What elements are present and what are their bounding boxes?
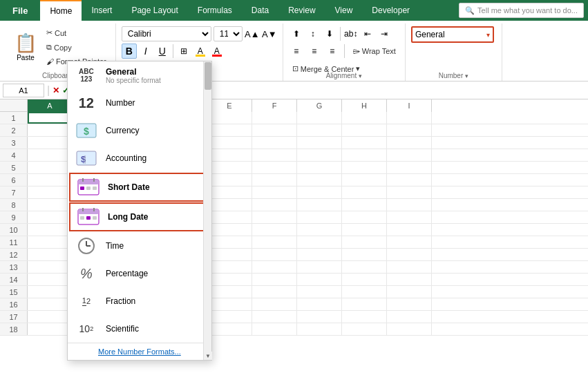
increase-font-button[interactable]: A▲ <box>245 26 260 41</box>
col-header-F[interactable]: F <box>252 99 297 112</box>
align-right-button[interactable]: ≡ <box>325 44 340 59</box>
scrollbar-thumb[interactable] <box>205 62 211 90</box>
cell-A14[interactable] <box>28 274 73 285</box>
format-general[interactable]: ABC123 General No specific format <box>68 61 211 89</box>
format-percentage[interactable]: % Percentage <box>68 260 211 287</box>
fill-color-button[interactable]: A <box>193 44 208 59</box>
cell-H14[interactable] <box>342 274 387 285</box>
cell-F1[interactable] <box>252 112 297 124</box>
cell-E7[interactable] <box>207 186 252 198</box>
tab-page-layout[interactable]: Page Layout <box>122 0 187 21</box>
cell-F13[interactable] <box>252 261 297 273</box>
cell-I5[interactable] <box>387 162 432 173</box>
cell-E13[interactable] <box>207 261 252 273</box>
cell-A4[interactable] <box>28 149 73 161</box>
cell-F4[interactable] <box>252 149 297 161</box>
cell-G4[interactable] <box>297 149 342 161</box>
cell-H9[interactable] <box>342 211 387 223</box>
cell-A16[interactable] <box>28 298 73 310</box>
format-accounting[interactable]: $ Accounting <box>68 144 211 172</box>
search-bar[interactable]: 🔍 Tell me what you want to do... <box>459 3 584 18</box>
cell-H11[interactable] <box>342 236 387 248</box>
tab-insert[interactable]: Insert <box>82 0 122 21</box>
cell-E2[interactable] <box>207 124 252 136</box>
cell-G11[interactable] <box>297 236 342 248</box>
cell-I10[interactable] <box>387 224 432 236</box>
cell-I14[interactable] <box>387 274 432 285</box>
cell-E18[interactable] <box>207 323 252 335</box>
cell-G8[interactable] <box>297 199 342 211</box>
cell-H18[interactable] <box>342 323 387 335</box>
cell-G12[interactable] <box>297 249 342 260</box>
cell-E12[interactable] <box>207 249 252 260</box>
align-bottom-button[interactable]: ⬇ <box>322 26 337 41</box>
cell-I18[interactable] <box>387 323 432 335</box>
format-scientific[interactable]: 102 Scientific <box>68 315 211 343</box>
cell-H2[interactable] <box>342 124 387 136</box>
align-center-button[interactable]: ≡ <box>307 44 322 59</box>
format-long-date[interactable]: Long Date <box>69 202 210 231</box>
tab-formulas[interactable]: Formulas <box>188 0 242 21</box>
cell-G3[interactable] <box>297 137 342 149</box>
cell-E6[interactable] <box>207 174 252 186</box>
text-direction-button[interactable]: ab↕ <box>343 26 359 41</box>
cell-F18[interactable] <box>252 323 297 335</box>
cell-I12[interactable] <box>387 249 432 260</box>
align-top-button[interactable]: ⬆ <box>289 26 304 41</box>
cell-A12[interactable] <box>28 249 73 260</box>
align-left-button[interactable]: ≡ <box>289 44 304 59</box>
cut-button[interactable]: ✂ Cut <box>43 26 110 39</box>
italic-button[interactable]: I <box>138 44 153 59</box>
cell-I4[interactable] <box>387 149 432 161</box>
cell-F3[interactable] <box>252 137 297 149</box>
cell-H10[interactable] <box>342 224 387 236</box>
format-short-date[interactable]: Short Date <box>69 173 210 202</box>
align-middle-button[interactable]: ↕ <box>305 26 321 41</box>
cell-G17[interactable] <box>297 311 342 323</box>
cell-A11[interactable] <box>28 236 73 248</box>
cell-G14[interactable] <box>297 274 342 285</box>
cell-H16[interactable] <box>342 298 387 310</box>
cell-E1[interactable] <box>207 112 252 124</box>
cell-I1[interactable] <box>387 112 432 124</box>
cell-I7[interactable] <box>387 186 432 198</box>
cell-G5[interactable] <box>297 162 342 173</box>
cell-ref-input[interactable] <box>3 84 44 97</box>
tab-view[interactable]: View <box>325 0 363 21</box>
cell-H7[interactable] <box>342 186 387 198</box>
paste-button[interactable]: 📋 Paste <box>10 23 41 70</box>
cell-E15[interactable] <box>207 286 252 298</box>
cell-I8[interactable] <box>387 199 432 211</box>
cell-A18[interactable] <box>28 323 73 335</box>
cell-A8[interactable] <box>28 199 73 211</box>
cell-H3[interactable] <box>342 137 387 149</box>
cell-G15[interactable] <box>297 286 342 298</box>
cell-F15[interactable] <box>252 286 297 298</box>
cell-G16[interactable] <box>297 298 342 310</box>
cell-H6[interactable] <box>342 174 387 186</box>
cell-H12[interactable] <box>342 249 387 260</box>
cell-G10[interactable] <box>297 224 342 236</box>
cell-H4[interactable] <box>342 149 387 161</box>
cell-E4[interactable] <box>207 149 252 161</box>
cell-A3[interactable] <box>28 137 73 149</box>
cell-A1[interactable] <box>28 112 73 124</box>
cell-E17[interactable] <box>207 311 252 323</box>
cell-A7[interactable] <box>28 186 73 198</box>
cancel-formula-icon[interactable]: ✕ <box>53 86 59 95</box>
underline-button[interactable]: U <box>155 44 170 59</box>
cell-I16[interactable] <box>387 298 432 310</box>
cell-F6[interactable] <box>252 174 297 186</box>
scrollbar-track[interactable]: ▼ <box>203 61 211 360</box>
wrap-text-button[interactable]: ⌲ Wrap Text <box>349 45 399 57</box>
number-format-dropdown-button[interactable]: General ▾ <box>411 26 494 43</box>
tab-file[interactable]: File <box>0 0 40 21</box>
cell-F10[interactable] <box>252 224 297 236</box>
cell-G2[interactable] <box>297 124 342 136</box>
format-fraction[interactable]: 1 2 Fraction <box>68 287 211 315</box>
cell-A9[interactable] <box>28 211 73 223</box>
cell-F7[interactable] <box>252 186 297 198</box>
indent-increase-button[interactable]: ⇥ <box>377 26 392 41</box>
cell-I2[interactable] <box>387 124 432 136</box>
cell-I6[interactable] <box>387 174 432 186</box>
